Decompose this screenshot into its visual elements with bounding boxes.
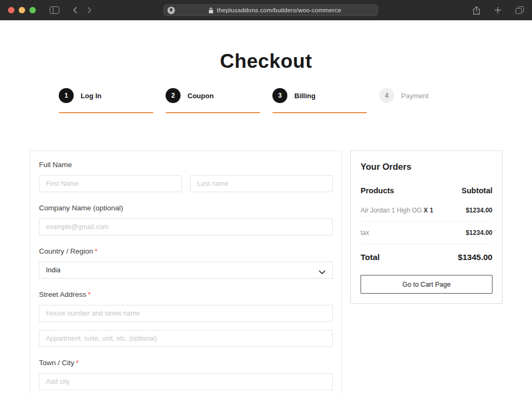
country-label: Country / Region* bbox=[39, 247, 333, 255]
order-item-quantity: X 1 bbox=[424, 207, 433, 214]
step-label: Billing bbox=[294, 92, 316, 100]
company-name-input[interactable] bbox=[39, 218, 333, 235]
street-address-label: Street Address* bbox=[39, 290, 333, 298]
apartment-input[interactable] bbox=[39, 330, 333, 347]
step-coupon[interactable]: 2 Coupon bbox=[166, 88, 260, 113]
full-name-label: Full Name bbox=[39, 161, 333, 169]
town-city-label: Town / City* bbox=[39, 359, 333, 367]
step-number-badge: 3 bbox=[272, 88, 287, 103]
chevron-down-icon bbox=[319, 269, 325, 276]
products-column-header: Products bbox=[361, 186, 394, 195]
company-name-label: Company Name (optional) bbox=[39, 204, 333, 212]
street-address-field: Street Address* bbox=[39, 290, 333, 347]
window-zoom-button[interactable] bbox=[29, 7, 36, 13]
step-underline bbox=[272, 112, 367, 113]
total-label: Total bbox=[361, 253, 380, 262]
orders-title: Your Orders bbox=[361, 162, 492, 172]
share-icon[interactable] bbox=[473, 6, 480, 15]
window-controls bbox=[8, 7, 36, 13]
order-tax-row: tax $1234.00 bbox=[361, 222, 492, 244]
url-text: theplusaddons.com/builders/woo-commerce bbox=[217, 7, 341, 13]
step-log-in[interactable]: 1 Log In bbox=[59, 88, 153, 113]
lock-icon bbox=[208, 7, 214, 14]
window-close-button[interactable] bbox=[8, 7, 14, 13]
address-bar[interactable]: theplusaddons.com/builders/woo-commerce bbox=[163, 4, 378, 16]
step-label: Payment bbox=[401, 92, 428, 100]
company-name-field: Company Name (optional) bbox=[39, 204, 333, 235]
tab-overview-icon[interactable] bbox=[515, 6, 524, 14]
order-item-row: Air Jordan 1 High OG X 1 $1234.00 bbox=[361, 199, 492, 222]
step-label: Coupon bbox=[187, 92, 214, 100]
order-item-name: Air Jordan 1 High OG bbox=[361, 207, 422, 214]
order-tax-label: tax bbox=[361, 229, 369, 237]
page-title: Checkout bbox=[0, 50, 532, 73]
browser-toolbar: theplusaddons.com/builders/woo-commerce bbox=[0, 0, 532, 20]
last-name-input[interactable] bbox=[190, 175, 333, 192]
checkout-steps: 1 Log In 2 Coupon 3 Billing 4 Payment bbox=[59, 88, 532, 113]
order-item-price: $1234.00 bbox=[466, 207, 492, 214]
step-payment[interactable]: 4 Payment bbox=[379, 88, 474, 113]
total-value: $1345.00 bbox=[458, 253, 492, 262]
step-billing[interactable]: 3 Billing bbox=[272, 88, 367, 113]
required-asterisk: * bbox=[88, 290, 91, 298]
sidebar-toggle-icon[interactable] bbox=[50, 6, 59, 14]
order-tax-price: $1234.00 bbox=[466, 229, 492, 237]
town-city-input[interactable] bbox=[39, 373, 333, 390]
step-label: Log In bbox=[81, 92, 101, 100]
country-selected-value: India bbox=[46, 266, 60, 274]
step-number-badge: 1 bbox=[59, 88, 74, 103]
new-tab-icon[interactable] bbox=[494, 6, 502, 14]
first-name-input[interactable] bbox=[39, 175, 182, 192]
step-underline bbox=[59, 112, 153, 113]
town-city-field: Town / City* bbox=[39, 359, 333, 390]
country-field: Country / Region* India bbox=[39, 247, 333, 279]
country-select[interactable]: India bbox=[39, 262, 333, 279]
order-total-row: Total $1345.00 bbox=[361, 244, 492, 262]
subtotal-column-header: Subtotal bbox=[461, 186, 492, 195]
order-summary-card: Your Orders Products Subtotal Air Jordan… bbox=[350, 151, 503, 304]
required-asterisk: * bbox=[95, 247, 97, 255]
street-address-input[interactable] bbox=[39, 305, 333, 322]
window-minimize-button[interactable] bbox=[19, 7, 25, 13]
step-underline bbox=[166, 112, 260, 113]
required-asterisk: * bbox=[76, 359, 79, 367]
step-number-badge: 2 bbox=[166, 88, 181, 103]
back-button-icon[interactable] bbox=[72, 6, 77, 14]
go-to-cart-button[interactable]: Go to Cart Page bbox=[361, 275, 492, 294]
forward-button-icon[interactable] bbox=[87, 6, 92, 14]
billing-form-card: Full Name Company Name (optional) Countr… bbox=[30, 151, 342, 394]
orders-header-row: Products Subtotal bbox=[361, 186, 492, 199]
privacy-shield-icon[interactable] bbox=[167, 6, 175, 14]
step-number-badge: 4 bbox=[379, 88, 394, 103]
full-name-field: Full Name bbox=[39, 161, 333, 192]
